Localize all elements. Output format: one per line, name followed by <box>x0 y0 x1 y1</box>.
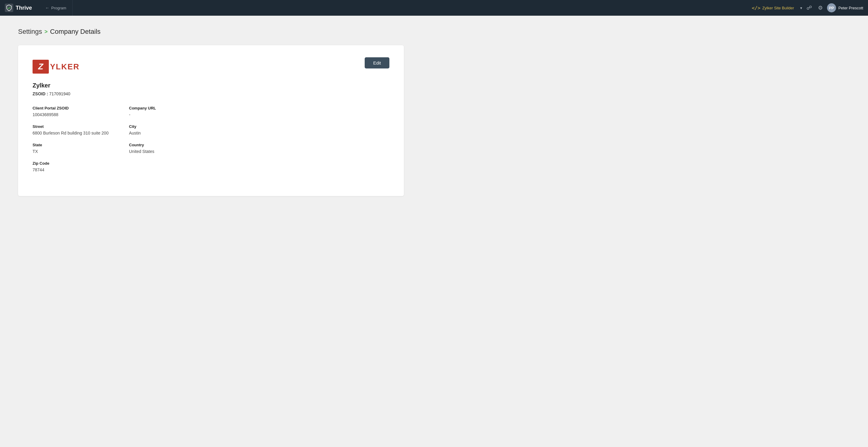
field-value-zip-code: 78744 <box>33 168 117 172</box>
zylker-z-letter: Z <box>38 62 43 71</box>
field-label-country: Country <box>129 143 213 147</box>
breadcrumb-arrow: > <box>44 29 48 35</box>
settings-button[interactable]: ⚙ <box>816 3 825 13</box>
field-label-zip-code: Zip Code <box>33 161 117 166</box>
fields-row-4: Zip Code 78744 <box>33 161 390 172</box>
field-value-city: Austin <box>129 130 213 136</box>
field-value-client-portal-zsoid: 10043689588 <box>33 112 117 117</box>
field-value-country: United States <box>129 149 213 154</box>
field-country: Country United States <box>129 143 225 154</box>
field-label-state: State <box>33 143 117 147</box>
site-builder: </> Zylker Site Builder <box>748 5 798 11</box>
field-label-client-portal-zsoid: Client Portal ZSOID <box>33 106 117 110</box>
zylker-logo: Z YLKER <box>33 60 80 73</box>
brand-icon <box>5 4 13 12</box>
field-label-city: City <box>129 124 213 129</box>
company-zsoid: ZSOID : 717091940 <box>33 91 390 96</box>
user-name: Peter Prescott <box>838 6 863 10</box>
field-label-company-url: Company URL <box>129 106 213 110</box>
zsoid-label: ZSOID : <box>33 91 48 96</box>
breadcrumb-settings[interactable]: Settings <box>18 28 42 36</box>
fields-row-3: State TX Country United States <box>33 143 390 154</box>
gear-icon: ⚙ <box>818 4 823 11</box>
site-builder-label: Zylker Site Builder <box>762 6 794 10</box>
brand[interactable]: Thrive <box>5 4 39 12</box>
zylker-logo-text: YLKER <box>49 62 80 71</box>
navbar-right: </> Zylker Site Builder ▾ ☍ ⚙ PP Peter P… <box>748 3 863 13</box>
dropdown-arrow[interactable]: ▾ <box>800 6 802 10</box>
company-name: Zylker <box>33 82 390 89</box>
page-wrapper: Settings > Company Details Edit Z YLKER … <box>0 16 422 208</box>
field-value-company-url: - <box>129 112 213 117</box>
navbar: Thrive ← Program </> Zylker Site Builder… <box>0 0 868 16</box>
field-client-portal-zsoid: Client Portal ZSOID 10043689588 <box>33 106 129 117</box>
program-label: Program <box>51 6 66 10</box>
field-value-state: TX <box>33 149 117 154</box>
fields-row-1: Client Portal ZSOID 10043689588 Company … <box>33 106 390 117</box>
messages-icon: ☍ <box>807 4 812 11</box>
zsoid-value: 717091940 <box>49 91 70 96</box>
field-company-url: Company URL - <box>129 106 225 117</box>
field-label-street: Street <box>33 124 117 129</box>
messages-button[interactable]: ☍ <box>805 3 814 13</box>
fields-row-2: Street 6800 Burleson Rd building 310 sui… <box>33 124 390 136</box>
breadcrumb: Settings > Company Details <box>18 28 404 36</box>
field-zip-code: Zip Code 78744 <box>33 161 129 172</box>
field-street: Street 6800 Burleson Rd building 310 sui… <box>33 124 129 136</box>
edit-button[interactable]: Edit <box>365 57 390 68</box>
field-state: State TX <box>33 143 129 154</box>
field-value-street: 6800 Burleson Rd building 310 suite 200 <box>33 130 117 136</box>
company-details-card: Edit Z YLKER Zylker ZSOID : 717091940 Cl… <box>18 45 404 196</box>
brand-name: Thrive <box>16 5 32 11</box>
company-logo: Z YLKER <box>33 60 390 73</box>
avatar-initials: PP <box>829 6 834 10</box>
program-nav[interactable]: ← Program <box>39 0 73 16</box>
zylker-logo-box: Z <box>33 60 49 73</box>
back-arrow-icon: ← <box>45 5 50 10</box>
code-icon: </> <box>752 5 761 11</box>
field-city: City Austin <box>129 124 225 136</box>
avatar[interactable]: PP <box>827 3 836 12</box>
breadcrumb-current: Company Details <box>50 28 101 36</box>
